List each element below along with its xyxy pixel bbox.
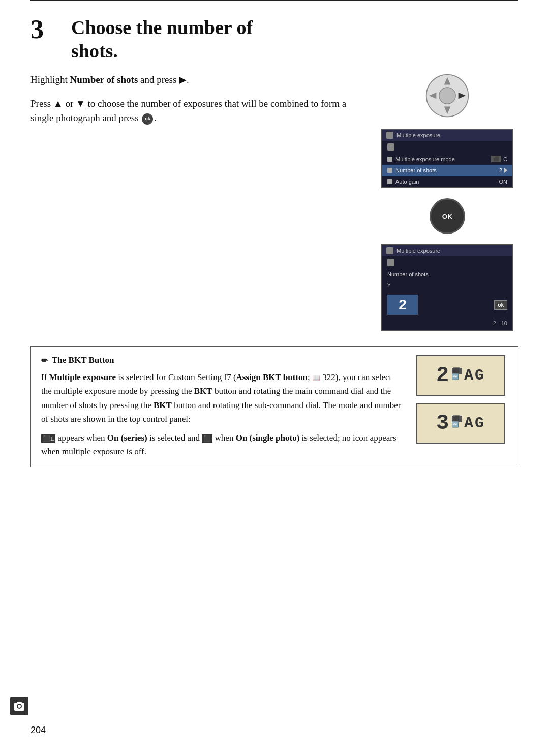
bkt-title-text: The BKT Button bbox=[52, 355, 114, 365]
screen2-header: Multiple exposure bbox=[382, 245, 512, 256]
screen1-row1: Multiple exposure mode ⬛ C bbox=[382, 153, 512, 165]
panel1-icon-stack: ⬛ 🔤 bbox=[452, 368, 462, 380]
dpad-container bbox=[424, 73, 470, 119]
bkt-p2-b1: On (series) bbox=[107, 433, 147, 443]
screen1-row2-value: 2 bbox=[499, 167, 507, 173]
screen1-cam-icon bbox=[387, 143, 394, 151]
page-number: 204 bbox=[30, 725, 46, 736]
camera-svg bbox=[13, 700, 25, 712]
bkt-p2-b2: On (single photo) bbox=[236, 433, 300, 443]
panel1-num: 2 bbox=[436, 363, 450, 388]
screen1-row3-label: Auto gain bbox=[395, 179, 496, 185]
screen2-header-text: Multiple exposure bbox=[396, 248, 440, 254]
bkt-para1: If Multiple exposure is selected for Cus… bbox=[41, 370, 404, 426]
screen1-header-icon bbox=[386, 132, 393, 139]
camera-icon-bottom bbox=[10, 697, 28, 715]
screen1-row2-icon bbox=[387, 168, 392, 173]
screen2-cam-row bbox=[382, 256, 512, 269]
screen1-row2-arrow bbox=[504, 168, 507, 173]
instruction1-left: Highlight Number of shots and press ▶. P… bbox=[30, 73, 361, 135]
instruction1-text: Highlight Number of shots and press ▶. bbox=[30, 73, 361, 88]
panel2-icon-stack: ⬛ 🔤 bbox=[452, 416, 462, 428]
bkt-body: If Multiple exposure is selected for Cus… bbox=[41, 370, 404, 458]
svg-point-1 bbox=[439, 88, 455, 104]
bkt-panels: 2 ⬛ 🔤 AG 3 ⬛ 🔤 AG bbox=[416, 355, 508, 444]
screen2-cam-icon bbox=[387, 259, 394, 266]
screen2-value-area: 2 ok bbox=[382, 292, 512, 318]
camera-screen-1: Multiple exposure Multiple exposure mode… bbox=[381, 129, 513, 188]
screen1-row1-label: Multiple exposure mode bbox=[395, 156, 488, 162]
bkt-text: ✏ The BKT Button If Multiple exposure is… bbox=[41, 355, 404, 458]
screen2-y-row: Y bbox=[387, 282, 507, 289]
screen2-spacer: Y bbox=[382, 280, 512, 292]
instruction1-row: Highlight Number of shots and press ▶. P… bbox=[30, 73, 518, 331]
ok-button: OK bbox=[430, 198, 465, 234]
bkt-p1-b3: BKT bbox=[194, 386, 212, 396]
screen2-ok-badge: ok bbox=[494, 300, 507, 310]
bkt-para2: ⬛L appears when On (series) is selected … bbox=[41, 431, 404, 458]
screen2-sub-row: Number of shots bbox=[382, 269, 512, 280]
bkt-p1-b1: Multiple exposure bbox=[49, 372, 116, 382]
screens-right: Multiple exposure Multiple exposure mode… bbox=[376, 73, 518, 331]
step-header: 3 Choose the number of shots. bbox=[30, 16, 518, 63]
highlight-bold: Number of shots bbox=[70, 74, 138, 85]
panel1-letters: AG bbox=[464, 367, 485, 384]
screen1-row3-value: ON bbox=[499, 179, 508, 185]
panel2-text: 3 ⬛ 🔤 AG bbox=[436, 411, 485, 435]
camera-screen-2: Multiple exposure Number of shots Y 2 ok bbox=[381, 244, 513, 331]
step-title-line2: shots. bbox=[71, 40, 118, 62]
step-title: Choose the number of shots. bbox=[71, 16, 518, 63]
screen2-range: 2 - 10 bbox=[382, 318, 512, 330]
book-icon: 📖 bbox=[312, 373, 320, 384]
bkt-p1-b2: Assign BKT button bbox=[236, 372, 308, 382]
screen1-header-text: Multiple exposure bbox=[396, 132, 440, 138]
panel2-icon2: 🔤 bbox=[452, 422, 460, 428]
step-number: 3 bbox=[30, 16, 51, 43]
screen1-row3: Auto gain ON bbox=[382, 176, 512, 187]
panel2-num: 3 bbox=[436, 411, 450, 435]
panel2-letters: AG bbox=[464, 415, 485, 432]
control-panel-2: 3 ⬛ 🔤 AG bbox=[416, 403, 505, 444]
page-content: 3 Choose the number of shots. Highlight … bbox=[30, 1, 518, 467]
screen2-big-value: 2 bbox=[387, 295, 418, 315]
bkt-box: ✏ The BKT Button If Multiple exposure is… bbox=[30, 346, 518, 467]
screen2-header-icon bbox=[386, 247, 393, 254]
screen1-row1-icon bbox=[387, 157, 392, 162]
screen2-y-icon: Y bbox=[387, 283, 391, 288]
dpad bbox=[424, 73, 470, 119]
screen2-sub-label: Number of shots bbox=[387, 271, 429, 277]
control-panel-1: 2 ⬛ 🔤 AG bbox=[416, 355, 505, 396]
screen1-header: Multiple exposure bbox=[382, 130, 512, 141]
step-title-line1: Choose the number of bbox=[71, 17, 253, 38]
screen1-row1-val-icon: ⬛ bbox=[491, 156, 501, 162]
bkt-bold: BKT bbox=[69, 355, 87, 365]
bkt-single-icon: ⬛ bbox=[202, 434, 212, 443]
panel1-icon2: 🔤 bbox=[452, 374, 460, 380]
screen1-row2: Number of shots 2 bbox=[382, 165, 512, 176]
panel1-text: 2 ⬛ 🔤 AG bbox=[436, 363, 485, 388]
screen1-row3-icon bbox=[387, 179, 392, 184]
step-title-block: Choose the number of shots. bbox=[71, 16, 518, 63]
instruction2-text: Press ▲ or ▼ to choose the number of exp… bbox=[30, 97, 361, 126]
ok-button-container: OK bbox=[430, 198, 465, 234]
pencil-icon: ✏ bbox=[41, 356, 48, 365]
bkt-title: ✏ The BKT Button bbox=[41, 355, 404, 365]
svg-point-6 bbox=[18, 705, 21, 708]
screen1-row1-val-text: C bbox=[503, 156, 507, 162]
bkt-p1-b4: BKT bbox=[154, 400, 172, 410]
bkt-series-icon: ⬛L bbox=[41, 434, 55, 443]
screen1-row2-label: Number of shots bbox=[395, 167, 496, 173]
ok-button-label: OK bbox=[442, 213, 453, 220]
screen1-row2-num: 2 bbox=[499, 167, 502, 173]
screen1-camera-row bbox=[382, 141, 512, 153]
ok-inline-icon: ok bbox=[142, 113, 153, 125]
screen1-row1-value: ⬛ C bbox=[491, 156, 507, 162]
